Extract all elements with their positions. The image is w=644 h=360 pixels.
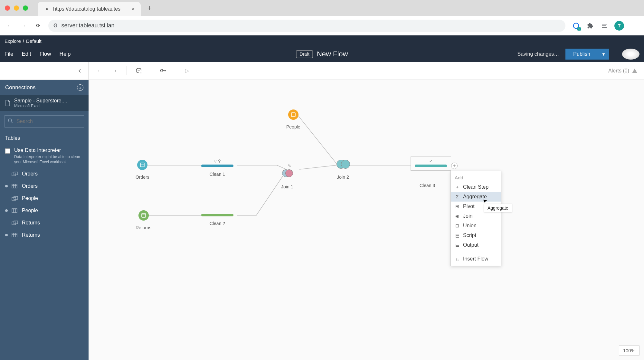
flow-node-join2[interactable]: Join 2: [336, 160, 349, 180]
table-item-orders-linked[interactable]: Orders: [0, 168, 89, 180]
address-bar[interactable]: G server.tableau.tsi.lan: [48, 20, 565, 32]
svg-line-33: [298, 115, 336, 164]
clean3-label: Clean 3: [420, 183, 435, 188]
flow-title[interactable]: New Flow: [317, 50, 348, 58]
clean-indicators-icon: ▽ ⚲: [201, 159, 233, 163]
table-item-people-linked[interactable]: People: [0, 192, 89, 204]
flow-node-clean2[interactable]: Clean 2: [201, 214, 233, 226]
extension-icon[interactable]: 1: [572, 22, 580, 30]
save-status: Saving changes…: [517, 51, 559, 57]
minimize-window-icon[interactable]: [14, 5, 19, 11]
linked-table-icon: [12, 196, 18, 201]
close-window-icon[interactable]: [5, 5, 10, 11]
data-interpreter-hint: Data Interpreter might be able to clean …: [14, 155, 83, 165]
add-connection-button[interactable]: +: [77, 84, 83, 91]
extensions-icon[interactable]: [586, 22, 594, 30]
breadcrumb-project[interactable]: Default: [26, 38, 42, 44]
warning-icon: [632, 68, 638, 74]
browser-tab[interactable]: ✦ https://datacatalog.tableautes ×: [38, 2, 141, 16]
add-step-button[interactable]: +: [451, 163, 458, 169]
app-header: Explore / Default File Edit Flow Help Dr…: [0, 35, 644, 62]
expand-icon: ⤢: [415, 159, 447, 163]
flow-node-people[interactable]: People: [286, 109, 300, 129]
flow-node-join1[interactable]: ✎ Join 1: [281, 164, 293, 189]
publish-dropdown[interactable]: ▼: [598, 49, 609, 60]
pause-updates-button[interactable]: [134, 66, 144, 76]
flow-node-orders[interactable]: Orders: [136, 160, 149, 180]
menu-item-insert-flow[interactable]: ⎌ Insert Flow: [451, 254, 501, 264]
profile-avatar[interactable]: T: [614, 21, 624, 31]
menu-edit[interactable]: Edit: [22, 51, 31, 57]
redo-button[interactable]: →: [110, 66, 119, 76]
menu-item-clean-step[interactable]: + Clean Step: [451, 182, 501, 192]
maximize-window-icon[interactable]: [23, 5, 28, 11]
new-tab-button[interactable]: +: [145, 4, 154, 12]
menu-flow[interactable]: Flow: [40, 51, 51, 57]
tab-favicon-icon: ✦: [43, 6, 50, 12]
browser-menu-icon[interactable]: ⋮: [630, 22, 638, 30]
flow-title-area: Draft New Flow: [296, 50, 348, 58]
refresh-button[interactable]: ⟳ ▾: [158, 66, 168, 76]
svg-rect-8: [12, 184, 17, 188]
table-item-people[interactable]: People: [0, 204, 89, 217]
flow-toolbar: ← → ⟳ ▾ ▷ Alerts (0): [89, 62, 644, 80]
data-interpreter-label: Use Data Interpreter: [14, 147, 83, 153]
undo-button[interactable]: ←: [95, 66, 105, 76]
flow-canvas[interactable]: Orders Returns People ▽ ⚲ Clean 1: [89, 80, 644, 360]
insert-flow-icon: ⎌: [455, 256, 460, 261]
tables-header: Tables: [0, 132, 89, 144]
menu-item-script[interactable]: ▤ Script: [451, 231, 501, 240]
data-interpreter-row[interactable]: Use Data Interpreter Data Interpreter mi…: [0, 144, 89, 168]
table-item-returns-linked[interactable]: Returns: [0, 217, 89, 229]
flow-node-clean1[interactable]: ▽ ⚲ Clean 1: [201, 159, 233, 177]
search-icon: [8, 118, 13, 123]
connections-header: Connections +: [0, 80, 89, 95]
clean-step-icon: [201, 165, 233, 167]
menu-item-join[interactable]: ◉ Join: [451, 211, 501, 221]
window-controls: [5, 5, 28, 11]
site-info-icon[interactable]: G: [53, 23, 57, 29]
breadcrumb: Explore / Default: [0, 35, 644, 46]
connection-name: Sample - Superstore....: [14, 98, 67, 104]
zoom-level[interactable]: 100%: [619, 346, 639, 355]
join-step-icon: [282, 169, 292, 180]
menu-item-aggregate[interactable]: Σ Aggregate: [451, 192, 501, 202]
tab-close-icon[interactable]: ×: [131, 6, 135, 13]
connection-item[interactable]: Sample - Superstore.... Microsoft Excel: [0, 95, 89, 111]
sidebar-collapse-button[interactable]: [0, 62, 89, 80]
menu-item-output[interactable]: ⬓ Output: [451, 240, 501, 250]
browser-chrome: ✦ https://datacatalog.tableautes × + ← →…: [0, 0, 644, 35]
clean-step-icon: [415, 165, 447, 167]
svg-point-4: [8, 119, 12, 122]
connection-type: Microsoft Excel: [14, 104, 67, 108]
run-flow-button[interactable]: ▷: [182, 66, 192, 76]
search-input[interactable]: [5, 115, 84, 128]
join-icon: ◉: [455, 213, 460, 219]
menu-separator: [453, 252, 498, 252]
table-item-returns[interactable]: Returns: [0, 229, 89, 241]
svg-rect-40: [291, 113, 295, 117]
back-button[interactable]: ←: [6, 22, 14, 30]
data-interpreter-checkbox[interactable]: [5, 148, 10, 154]
alerts-indicator[interactable]: Alerts (0): [608, 68, 638, 74]
breadcrumb-explore[interactable]: Explore: [5, 38, 21, 44]
menu-file[interactable]: File: [5, 51, 13, 57]
union-icon: ⊟: [455, 223, 460, 228]
reading-list-icon[interactable]: [600, 22, 609, 30]
url-text: server.tableau.tsi.lan: [61, 22, 114, 29]
flow-node-returns[interactable]: Returns: [136, 210, 151, 230]
canvas-area: ← → ⟳ ▾ ▷ Alerts (0): [89, 62, 644, 360]
used-dot-icon: [5, 209, 8, 212]
flow-node-clean3[interactable]: ⤢: [411, 156, 451, 171]
forward-button[interactable]: →: [20, 22, 28, 30]
reload-button[interactable]: ⟳: [34, 22, 42, 30]
table-item-orders[interactable]: Orders: [0, 180, 89, 192]
menu-item-union[interactable]: ⊟ Union: [451, 221, 501, 231]
menu-help[interactable]: Help: [60, 51, 71, 57]
svg-line-34: [299, 165, 336, 169]
input-step-icon: [288, 109, 298, 120]
svg-rect-20: [12, 233, 17, 237]
user-avatar[interactable]: [622, 49, 639, 60]
publish-button[interactable]: Publish: [565, 49, 598, 60]
output-icon: ⬓: [455, 242, 460, 248]
